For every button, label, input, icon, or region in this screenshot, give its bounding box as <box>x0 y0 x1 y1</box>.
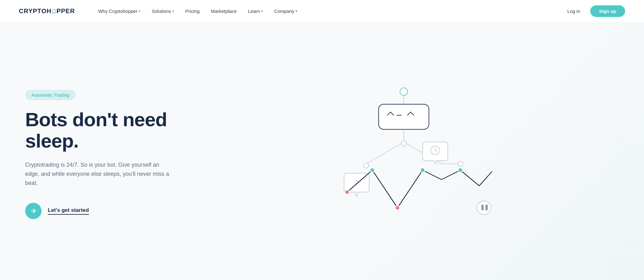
signup-button[interactable]: Sign up <box>590 5 625 17</box>
arrow-right-icon <box>30 207 37 214</box>
cta-label[interactable]: Let's get started <box>48 207 89 215</box>
svg-point-9 <box>364 163 369 168</box>
svg-point-20 <box>458 168 463 172</box>
chevron-down-icon: ▾ <box>261 9 263 13</box>
svg-point-11 <box>458 161 463 166</box>
hero-title: Bots don't need sleep. <box>25 109 189 152</box>
hero-illustration: ? <box>189 73 625 230</box>
hero-description: Cryptotrading is 24/7. So is your bot. G… <box>25 160 170 187</box>
svg-point-21 <box>345 190 349 194</box>
svg-rect-3 <box>379 104 429 129</box>
hero-badge: Automatic Trading <box>25 90 76 100</box>
nav-item-learn[interactable]: Learn ▾ <box>244 6 267 16</box>
logo-o-icon <box>52 9 56 13</box>
hero-section: Automatic Trading Bots don't need sleep.… <box>0 23 644 280</box>
svg-point-19 <box>420 168 425 172</box>
svg-point-23 <box>477 201 491 215</box>
nav-item-marketplace[interactable]: Marketplace <box>207 6 241 16</box>
svg-rect-24 <box>481 205 484 210</box>
hero-content: Automatic Trading Bots don't need sleep.… <box>25 83 189 219</box>
svg-point-22 <box>395 206 400 210</box>
svg-point-6 <box>401 141 406 146</box>
nav-item-pricing[interactable]: Pricing <box>181 6 204 16</box>
chevron-down-icon: ▾ <box>139 9 140 13</box>
chevron-down-icon: ▾ <box>296 9 297 13</box>
login-button[interactable]: Log in <box>562 6 585 16</box>
logo-text: CRYPTOHPPER <box>19 8 75 15</box>
chevron-down-icon: ▾ <box>172 9 174 13</box>
nav-item-company[interactable]: Company ▾ <box>270 6 302 16</box>
trading-bot-illustration: ? <box>309 73 504 230</box>
svg-rect-25 <box>486 205 488 210</box>
logo[interactable]: CRYPTOHPPER <box>19 8 75 15</box>
svg-line-7 <box>366 143 401 164</box>
svg-point-1 <box>400 88 408 95</box>
navbar: CRYPTOHPPER Why Cryptohopper ▾ Solutions… <box>0 0 644 23</box>
nav-item-solutions[interactable]: Solutions ▾ <box>147 6 178 16</box>
nav-right: Log in Sign up <box>562 5 625 17</box>
cta-row: Let's get started <box>25 203 189 219</box>
nav-item-why[interactable]: Why Cryptohopper ▾ <box>94 6 145 16</box>
nav-links: Why Cryptohopper ▾ Solutions ▾ Pricing M… <box>94 6 562 16</box>
svg-point-18 <box>370 168 375 172</box>
cta-arrow-button[interactable] <box>25 203 42 219</box>
